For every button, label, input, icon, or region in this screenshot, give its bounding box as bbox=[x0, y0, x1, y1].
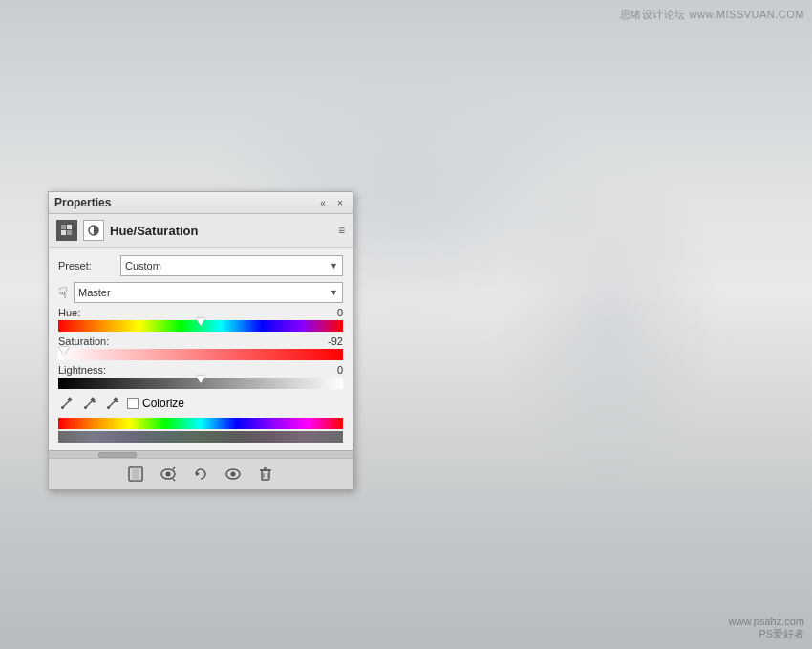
add-mask-button[interactable] bbox=[125, 464, 146, 485]
hue-header: Hue: 0 bbox=[58, 307, 343, 318]
preset-label: Preset: bbox=[58, 260, 120, 271]
saturation-header: Saturation: -92 bbox=[58, 335, 343, 347]
eye-with-arrow-icon bbox=[160, 465, 177, 483]
reset-button[interactable] bbox=[190, 464, 211, 485]
delete-button[interactable] bbox=[255, 464, 276, 485]
hue-thumb-triangle bbox=[196, 318, 205, 326]
preset-dropdown[interactable]: Custom ▼ bbox=[120, 255, 343, 276]
lightness-label: Lightness: bbox=[58, 364, 106, 376]
adjustment-type-label: Hue/Saturation bbox=[110, 224, 198, 238]
desaturated-color-bar bbox=[58, 431, 343, 443]
saturation-slider-track[interactable] bbox=[58, 349, 343, 360]
reset-icon bbox=[192, 465, 209, 483]
svg-rect-1 bbox=[67, 225, 72, 229]
svg-rect-3 bbox=[67, 230, 72, 235]
channel-row: ☟ Master ▼ bbox=[58, 282, 343, 303]
sample-tool-2[interactable]: + bbox=[81, 395, 98, 412]
preset-value: Custom bbox=[125, 260, 161, 271]
lightness-header: Lightness: 0 bbox=[58, 364, 343, 376]
eye-icon bbox=[224, 465, 242, 483]
panel-titlebar: Properties « × bbox=[49, 192, 353, 214]
eyedropper-icon bbox=[60, 397, 74, 410]
panel-menu-button[interactable]: ≡ bbox=[338, 224, 345, 237]
svg-text:−: − bbox=[115, 398, 119, 406]
saturation-label: Saturation: bbox=[58, 335, 109, 347]
preset-dropdown-arrow: ▼ bbox=[330, 261, 338, 270]
hs-icon-svg bbox=[60, 224, 74, 237]
hue-thumb[interactable] bbox=[195, 318, 206, 334]
lightness-slider-track[interactable] bbox=[58, 378, 343, 389]
saturation-thumb-triangle bbox=[59, 347, 69, 355]
svg-point-10 bbox=[84, 406, 87, 409]
lightness-thumb[interactable] bbox=[195, 376, 206, 391]
svg-point-7 bbox=[61, 406, 64, 409]
lightness-thumb-triangle bbox=[196, 376, 205, 383]
show-hide-button[interactable] bbox=[223, 464, 244, 485]
properties-panel: Properties « × Hue/Saturation ≡ bbox=[48, 191, 353, 490]
bottom-toolbar bbox=[49, 458, 353, 489]
hue-slider-track[interactable] bbox=[58, 320, 343, 332]
colorize-checkbox[interactable] bbox=[127, 398, 139, 409]
adjustment-icon-dark bbox=[56, 220, 77, 241]
close-button[interactable]: × bbox=[333, 196, 347, 209]
saturation-thumb[interactable] bbox=[58, 347, 70, 362]
lightness-section: Lightness: 0 bbox=[58, 364, 343, 389]
saturation-section: Saturation: -92 bbox=[58, 335, 343, 360]
svg-marker-20 bbox=[196, 471, 200, 476]
saturation-value: -92 bbox=[328, 335, 343, 347]
circle-icon-svg bbox=[88, 225, 99, 236]
svg-point-19 bbox=[166, 472, 171, 477]
channel-dropdown-arrow: ▼ bbox=[330, 288, 338, 297]
panel-body: Preset: Custom ▼ ☟ Master ▼ Hue: 0 bbox=[49, 248, 353, 450]
visibility-button[interactable] bbox=[158, 464, 179, 485]
colorize-label: Colorize bbox=[142, 397, 184, 410]
svg-rect-0 bbox=[61, 225, 66, 229]
eyedropper-minus-icon: − bbox=[106, 397, 119, 410]
svg-rect-23 bbox=[262, 470, 269, 480]
watermark-top: 思绪设计论坛 www.MISSVUAN.COM bbox=[620, 8, 804, 22]
adjustment-icon-white bbox=[83, 220, 104, 241]
svg-point-14 bbox=[107, 406, 110, 409]
hue-section: Hue: 0 bbox=[58, 307, 343, 332]
watermark-bottom-right: www.psahz.com PS爱好者 bbox=[729, 616, 804, 641]
svg-rect-17 bbox=[132, 467, 139, 481]
preset-row: Preset: Custom ▼ bbox=[58, 255, 343, 276]
scrollbar[interactable] bbox=[49, 450, 353, 458]
sample-tool-1[interactable] bbox=[58, 395, 75, 412]
lightness-value: 0 bbox=[337, 364, 343, 376]
svg-rect-2 bbox=[61, 230, 66, 235]
watermark-sub: www.psahz.com bbox=[729, 616, 804, 627]
collapse-button[interactable]: « bbox=[316, 196, 330, 209]
svg-point-22 bbox=[231, 472, 236, 477]
channel-value: Master bbox=[78, 287, 111, 298]
eyedropper-plus-icon: + bbox=[83, 397, 96, 410]
channel-dropdown[interactable]: Master ▼ bbox=[74, 282, 343, 303]
titlebar-controls: « × bbox=[316, 196, 347, 209]
colorize-row: + − Colorize bbox=[58, 395, 343, 412]
colorize-checkbox-container[interactable]: Colorize bbox=[127, 397, 184, 410]
svg-text:+: + bbox=[92, 398, 96, 406]
scrollbar-thumb[interactable] bbox=[98, 452, 137, 458]
color-bars bbox=[58, 418, 343, 443]
add-mask-icon bbox=[127, 465, 144, 483]
sample-tool-3[interactable]: − bbox=[104, 395, 121, 412]
panel-title: Properties bbox=[54, 196, 111, 209]
hue-value: 0 bbox=[337, 307, 343, 318]
hue-color-bar bbox=[58, 418, 343, 429]
hand-tool-icon[interactable]: ☟ bbox=[58, 284, 68, 302]
panel-header: Hue/Saturation ≡ bbox=[49, 214, 353, 248]
hue-label: Hue: bbox=[58, 307, 80, 318]
trash-icon bbox=[257, 465, 274, 483]
